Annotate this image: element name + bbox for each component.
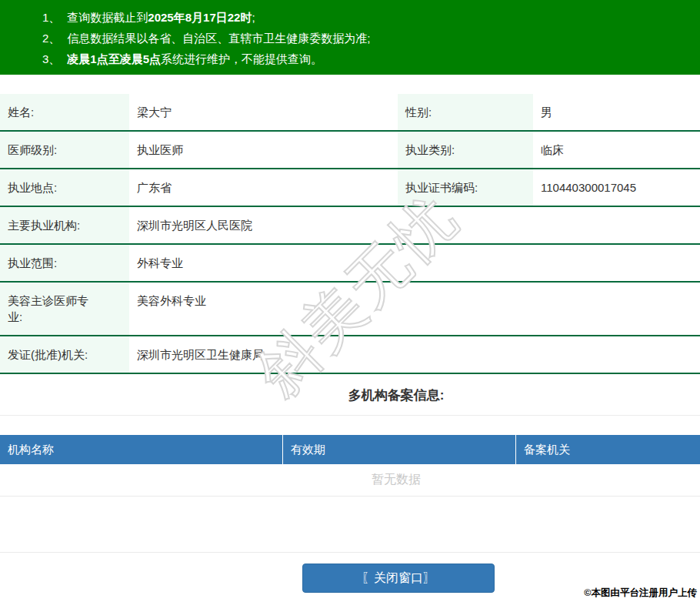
multi-org-table: 机构名称 有效期 备案机关 暂无数据	[0, 435, 700, 497]
notice-banner: 1、查询数据截止到2025年8月17日22时; 2、信息数据结果以各省、自治区、…	[0, 0, 700, 75]
field-value-main-institution: 深圳市光明区人民医院	[129, 206, 700, 244]
table-row-name-gender: 姓名: 梁大宁 性别: 男	[0, 94, 700, 131]
field-label-main-institution: 主要执业机构:	[0, 206, 129, 244]
notice-line-2: 2、信息数据结果以各省、自治区、直辖市卫生健康委数据为准;	[42, 28, 692, 48]
field-value-certificate-number: 110440300017045	[533, 169, 700, 206]
table-row-main-institution: 主要执业机构: 深圳市光明区人民医院	[0, 206, 700, 244]
field-label-practice-category: 执业类别:	[398, 131, 533, 169]
table-row-location-certificate: 执业地点: 广东省 执业证书编码: 110440300017045	[0, 169, 700, 206]
close-window-button[interactable]: 〖关闭窗口〗	[302, 564, 495, 593]
field-value-doctor-level: 执业医师	[129, 131, 398, 169]
field-label-issuing-authority: 发证(批准)机关:	[0, 336, 129, 373]
field-label-practice-scope: 执业范围:	[0, 244, 129, 282]
column-header-filing-authority: 备案机关	[515, 435, 700, 464]
table-row-practice-scope: 执业范围: 外科专业	[0, 244, 700, 282]
column-header-org-name: 机构名称	[0, 435, 282, 464]
notice-number: 3、	[42, 52, 60, 65]
field-label-certificate-number: 执业证书编码:	[398, 169, 533, 206]
notice-text: 查询数据截止到	[67, 11, 148, 24]
table-row-cosmetic-specialty: 美容主诊医师专业: 美容外科专业	[0, 282, 700, 336]
field-value-cosmetic-specialty: 美容外科专业	[129, 282, 700, 336]
notice-line-1: 1、查询数据截止到2025年8月17日22时;	[42, 7, 692, 28]
notice-text-bold: 凌晨1点至凌晨5点	[67, 52, 161, 65]
field-value-gender: 男	[533, 94, 700, 131]
table-row-issuing-authority: 发证(批准)机关: 深圳市光明区卫生健康局	[0, 336, 700, 373]
notice-text: 系统进行维护，不能提供查询。	[161, 52, 322, 65]
field-value-practice-scope: 外科专业	[129, 244, 700, 282]
notice-number: 1、	[42, 11, 60, 24]
notice-text-bold: 2025年8月17日22时	[148, 11, 252, 24]
practitioner-info-table: 姓名: 梁大宁 性别: 男 医师级别: 执业医师 执业类别: 临床 执业地点: …	[0, 94, 700, 374]
field-value-practice-location: 广东省	[129, 169, 398, 206]
field-value-practice-category: 临床	[533, 131, 700, 169]
field-label-gender: 性别:	[398, 94, 533, 131]
field-value-name: 梁大宁	[129, 94, 398, 131]
field-label-cosmetic-specialty: 美容主诊医师专业:	[0, 282, 129, 336]
notice-text: 信息数据结果以各省、自治区、直辖市卫生健康委数据为准;	[67, 32, 370, 45]
field-label-practice-location: 执业地点:	[0, 169, 129, 206]
column-header-validity-period: 有效期	[282, 435, 515, 464]
table-row-level-category: 医师级别: 执业医师 执业类别: 临床	[0, 131, 700, 169]
notice-text: ;	[252, 11, 255, 24]
multi-org-table-header: 机构名称 有效期 备案机关	[0, 435, 700, 464]
notice-number: 2、	[42, 32, 60, 45]
field-value-issuing-authority: 深圳市光明区卫生健康局	[129, 336, 700, 373]
field-label-doctor-level: 医师级别:	[0, 131, 129, 169]
field-label-name: 姓名:	[0, 94, 129, 131]
empty-data-message: 暂无数据	[0, 464, 700, 497]
multi-org-section-heading: 多机构备案信息:	[0, 374, 700, 416]
notice-line-3: 3、凌晨1点至凌晨5点系统进行维护，不能提供查询。	[42, 48, 692, 69]
spacer	[0, 497, 700, 552]
upload-credit-text: ©本图由平台注册用户上传	[584, 587, 697, 600]
